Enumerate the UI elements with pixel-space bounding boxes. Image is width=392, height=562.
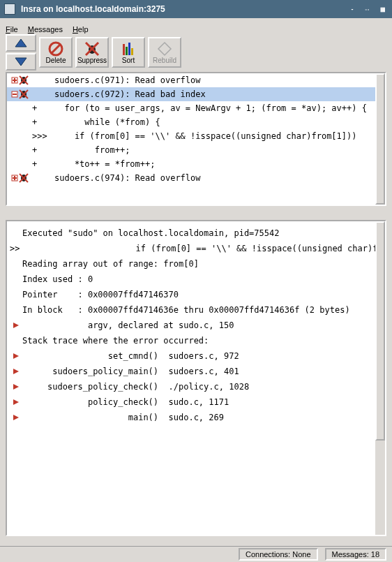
svg-rect-6 [126,47,128,55]
up-arrow-button[interactable] [6,34,36,52]
bars-icon [121,41,136,57]
error-list[interactable]: sudoers.c(971): Read overflowsudoers.c(9… [7,73,375,205]
sort-label: Sort [122,57,135,64]
error-row[interactable]: + while (*from) { [7,115,375,129]
expand-triangle-icon[interactable] [10,379,22,394]
arrow-down-icon [15,57,27,66]
delete-button[interactable]: Delete [39,37,73,68]
detail-text-span: set_cmnd() sudoers.c, 972 [22,348,375,364]
detail-line: main() sudo.c, 269 [7,410,375,425]
window-title: Insra on localhost.localdomain:3275 [21,4,165,14]
row-marker: + [32,159,54,169]
down-arrow-button[interactable] [6,53,36,71]
detail-line: >> if (from[0] == '\\' && !isspace((unsi… [7,241,375,256]
row-marker: + [32,103,54,113]
row-text: sudoers.c(971): Read overflow [54,75,201,85]
expand-triangle-icon[interactable] [10,410,22,425]
expand-triangle-icon [10,302,22,318]
detail-line: Stack trace where the error occurred: [7,333,375,348]
row-text: if (from[0] == '\\' && !isspace((unsigne… [54,131,356,141]
rebuild-button[interactable]: Rebuild [148,37,181,68]
expand-triangle-icon[interactable] [10,348,22,364]
error-row[interactable]: sudoers.c(972): Read bad index [7,87,375,101]
detail-text-span: argv, declared at sudo.c, 150 [22,318,375,333]
detail-pane-ruler[interactable] [6,536,386,543]
delete-label: Delete [46,57,66,64]
menu-messages[interactable]: Messages [28,25,63,34]
detail-line: Reading array out of range: from[0] [7,256,375,272]
bug-cross-icon [84,41,100,57]
row-text: sudoers.c(974): Read overflow [54,173,201,183]
error-pane-ruler[interactable] [6,207,386,214]
error-list-scrollbar[interactable] [375,73,385,205]
error-row[interactable]: >>> if (from[0] == '\\' && !isspace((uns… [7,129,375,143]
arrow-up-icon [15,38,27,47]
row-text: for (to = user_args, av = NewArgv + 1; (… [54,103,367,113]
status-messages: Messages: 18 [325,548,386,561]
detail-line: policy_check() sudo.c, 1171 [7,394,375,410]
detail-text-span: policy_check() sudo.c, 1171 [22,394,375,410]
row-text: from++; [54,145,130,155]
expand-triangle-icon [10,256,22,272]
detail-line: argv, declared at sudo.c, 150 [7,318,375,333]
expand-triangle-icon[interactable] [10,364,22,379]
error-row[interactable]: sudoers.c(971): Read overflow [7,73,375,87]
minus-bug-icon [10,89,32,99]
detail-pane: Executed "sudo" on localhost.localdomain… [6,220,386,536]
status-bar: Connections: None Messages: 18 [0,546,392,562]
row-marker: + [32,145,54,155]
row-marker: >>> [32,131,54,141]
detail-text-span: Stack trace where the error occurred: [22,333,375,348]
detail-line: set_cmnd() sudoers.c, 972 [7,348,375,364]
rebuild-label: Rebuild [153,57,176,64]
menu-file[interactable]: File [6,25,18,34]
detail-line: Executed "sudo" on localhost.localdomain… [7,225,375,241]
expand-triangle-icon [10,333,22,348]
diamond-icon [157,41,172,57]
minimize-button[interactable]: - [347,4,357,14]
workspace: sudoers.c(971): Read overflowsudoers.c(9… [0,72,392,546]
row-text: sudoers.c(972): Read bad index [54,89,206,99]
svg-rect-5 [123,44,125,55]
titlebar: Insra on localhost.localdomain:3275 - ▫▫… [0,0,392,18]
no-entry-icon [48,41,63,57]
detail-line: sudoers_policy_main() sudoers.c, 401 [7,364,375,379]
menu-help[interactable]: Help [73,25,89,34]
detail-line: In block : 0x00007ffd4714636e thru 0x000… [7,302,375,318]
plus-bug-icon [10,173,32,183]
app-icon [4,3,15,15]
status-connections: Connections: None [239,548,318,561]
row-marker: + [32,117,54,127]
detail-text-span: Index used : 0 [22,272,375,287]
svg-line-1 [51,44,61,54]
detail-text-span: Pointer : 0x00007ffd47146370 [22,287,375,302]
detail-text-span: main() sudo.c, 269 [22,410,375,425]
error-row[interactable]: sudoers.c(974): Read overflow [7,171,375,185]
expand-triangle-icon [10,287,22,302]
detail-line: Pointer : 0x00007ffd47146370 [7,287,375,302]
suppress-button[interactable]: Suppress [75,37,109,68]
row-text: while (*from) { [54,117,160,127]
plus-bug-icon [10,75,32,85]
error-list-pane: sudoers.c(971): Read overflowsudoers.c(9… [6,72,386,206]
suppress-label: Suppress [77,57,107,64]
error-row[interactable]: + for (to = user_args, av = NewArgv + 1;… [7,101,375,115]
app-window: Insra on localhost.localdomain:3275 - ▫▫… [0,0,392,562]
maximize-button[interactable]: ▫▫ [363,4,372,14]
detail-line: sudoers_policy_check() ./policy.c, 1028 [7,379,375,394]
toolbar: Delete Suppress Sort Rebuild [0,34,392,72]
expand-triangle-icon[interactable] [10,318,22,333]
tile-button[interactable]: ▦ [378,4,388,14]
error-row[interactable]: + *to++ = *from++; [7,157,375,171]
detail-text-span: In block : 0x00007ffd4714636e thru 0x000… [22,302,375,318]
detail-scrollbar[interactable] [375,221,385,535]
detail-text-span: Executed "sudo" on localhost.localdomain… [22,225,375,241]
svg-rect-8 [131,48,133,55]
expand-triangle-icon[interactable] [10,394,22,410]
detail-text-span: sudoers_policy_check() ./policy.c, 1028 [22,379,375,394]
detail-text[interactable]: Executed "sudo" on localhost.localdomain… [7,221,375,535]
menubar: File Messages Help [0,18,392,34]
expand-triangle-icon [10,225,22,241]
error-row[interactable]: + from++; [7,143,375,157]
sort-button[interactable]: Sort [112,37,145,68]
